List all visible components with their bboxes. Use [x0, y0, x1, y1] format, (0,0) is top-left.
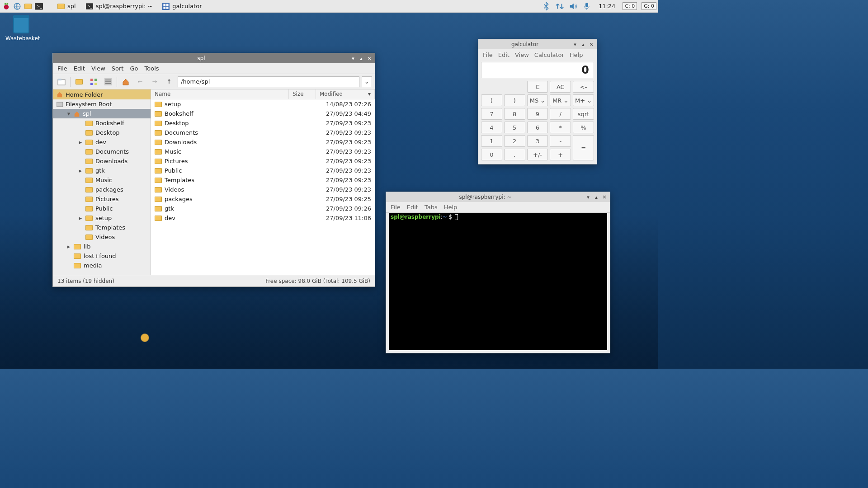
- key-5[interactable]: 5: [504, 122, 525, 133]
- go-home-button[interactable]: [120, 76, 132, 88]
- menu-sort[interactable]: Sort: [112, 65, 124, 72]
- key-[interactable]: +/-: [527, 149, 548, 160]
- file-row[interactable]: gtk27/09/23 09:26: [151, 204, 375, 213]
- menu-edit[interactable]: Edit: [74, 65, 85, 72]
- file-row[interactable]: Videos27/09/23 09:23: [151, 185, 375, 194]
- file-row[interactable]: Pictures27/09/23 09:23: [151, 156, 375, 166]
- key-1[interactable]: 1: [481, 135, 502, 147]
- minimize-button[interactable]: ▾: [571, 41, 579, 48]
- path-entry[interactable]: /home/spl: [178, 76, 359, 87]
- path-dropdown[interactable]: ⌄: [362, 76, 372, 87]
- key-2[interactable]: 2: [504, 135, 525, 147]
- key-7[interactable]: 7: [481, 108, 502, 120]
- sidebar-item[interactable]: Videos: [53, 232, 151, 242]
- file-row[interactable]: setup14/08/23 07:26: [151, 99, 375, 109]
- expand-icon[interactable]: ▸: [78, 139, 83, 145]
- key-[interactable]: <-: [573, 81, 594, 93]
- network-icon[interactable]: [555, 2, 564, 11]
- sidebar-item[interactable]: Templates: [53, 223, 151, 232]
- sidebar-item[interactable]: Bookshelf: [53, 118, 151, 128]
- bluetooth-icon[interactable]: [542, 2, 551, 11]
- sidebar-item[interactable]: Documents: [53, 147, 151, 156]
- column-modified[interactable]: Modified▾: [316, 89, 375, 99]
- collapse-icon[interactable]: ▾: [66, 110, 71, 117]
- view-icons-button[interactable]: [73, 76, 85, 88]
- expand-icon[interactable]: ▸: [78, 167, 83, 174]
- key-[interactable]: /: [550, 108, 571, 120]
- microphone-icon[interactable]: [582, 2, 591, 11]
- key-[interactable]: %: [573, 122, 594, 133]
- menu-file[interactable]: File: [57, 65, 67, 72]
- maximize-button[interactable]: ▴: [580, 41, 587, 48]
- sidebar-item[interactable]: Music: [53, 175, 151, 185]
- key-[interactable]: +: [550, 149, 571, 160]
- cpu-badge[interactable]: C: 0: [623, 2, 637, 10]
- sidebar-item[interactable]: media: [53, 261, 151, 270]
- key-[interactable]: =: [573, 135, 594, 160]
- menu-tabs[interactable]: Tabs: [425, 204, 438, 211]
- menu-edit[interactable]: Edit: [407, 204, 418, 211]
- key-3[interactable]: 3: [527, 135, 548, 147]
- sidebar-current-folder[interactable]: ▾ spl: [53, 109, 151, 118]
- column-size[interactable]: Size: [289, 89, 316, 99]
- desktop-wastebasket[interactable]: Wastebasket: [5, 15, 37, 42]
- key-4[interactable]: 4: [481, 122, 502, 133]
- key-6[interactable]: 6: [527, 122, 548, 133]
- sidebar-item[interactable]: packages: [53, 185, 151, 194]
- key-[interactable]: *: [550, 122, 571, 133]
- close-button[interactable]: ✕: [601, 193, 608, 201]
- key-[interactable]: .: [504, 149, 525, 160]
- key-0[interactable]: 0: [481, 149, 502, 160]
- sidebar-item[interactable]: ▸dev: [53, 137, 151, 147]
- task-button-terminal[interactable]: >_ spl@raspberrypi: ~: [82, 1, 157, 11]
- minimize-button[interactable]: ▾: [585, 193, 592, 201]
- sidebar-home-folder[interactable]: Home Folder: [53, 89, 151, 99]
- expand-icon[interactable]: ▸: [66, 243, 71, 250]
- menu-file[interactable]: File: [483, 52, 493, 58]
- menu-tools[interactable]: Tools: [145, 65, 159, 72]
- file-manager-titlebar[interactable]: spl ▾ ▴ ✕: [53, 53, 375, 63]
- menu-go[interactable]: Go: [130, 65, 138, 72]
- file-row[interactable]: Bookshelf27/09/23 04:49: [151, 109, 375, 118]
- close-button[interactable]: ✕: [588, 41, 595, 48]
- file-row[interactable]: Documents27/09/23 09:23: [151, 128, 375, 137]
- task-button-file-manager[interactable]: spl: [53, 1, 80, 11]
- task-button-calculator[interactable]: galculator: [158, 1, 206, 11]
- file-row[interactable]: packages27/09/23 09:25: [151, 194, 375, 204]
- new-tab-button[interactable]: [56, 76, 67, 88]
- menu-view[interactable]: View: [91, 65, 105, 72]
- key-8[interactable]: 8: [504, 108, 525, 120]
- minimize-button[interactable]: ▾: [349, 55, 357, 62]
- view-compact-button[interactable]: [88, 76, 99, 88]
- menu-help[interactable]: Help: [570, 52, 583, 58]
- calculator-titlebar[interactable]: galculator ▾ ▴ ✕: [478, 39, 597, 49]
- terminal-screen[interactable]: spl@raspberrypi:~ $: [389, 213, 607, 350]
- go-back-button[interactable]: ←: [134, 76, 146, 88]
- file-row[interactable]: Desktop27/09/23 09:23: [151, 118, 375, 128]
- sidebar-item[interactable]: Desktop: [53, 128, 151, 137]
- go-up-button[interactable]: ↑: [163, 76, 175, 88]
- sidebar-filesystem-root[interactable]: Filesystem Root: [53, 99, 151, 109]
- key-c[interactable]: C: [527, 81, 548, 93]
- file-manager-launcher-icon[interactable]: [24, 2, 33, 11]
- web-browser-icon[interactable]: [13, 2, 22, 11]
- key-ms[interactable]: MS ⌄: [527, 94, 548, 106]
- maximize-button[interactable]: ▴: [593, 193, 600, 201]
- menu-raspberry-icon[interactable]: [2, 2, 11, 11]
- menu-calculator[interactable]: Calculator: [534, 52, 564, 58]
- key-[interactable]: (: [481, 94, 502, 106]
- file-row[interactable]: Templates27/09/23 09:23: [151, 175, 375, 185]
- view-list-button[interactable]: [102, 76, 114, 88]
- sidebar-item[interactable]: ▸setup: [53, 213, 151, 223]
- key-sqrt[interactable]: sqrt: [573, 108, 594, 120]
- clock[interactable]: 11:24: [596, 3, 618, 9]
- key-[interactable]: -: [550, 135, 571, 147]
- sidebar-item[interactable]: ▸lib: [53, 242, 151, 251]
- volume-icon[interactable]: [569, 2, 578, 11]
- key-mr[interactable]: MR ⌄: [550, 94, 571, 106]
- sidebar-item[interactable]: Downloads: [53, 156, 151, 166]
- sidebar-item[interactable]: ▸gtk: [53, 166, 151, 175]
- sidebar-item[interactable]: lost+found: [53, 251, 151, 261]
- menu-edit[interactable]: Edit: [498, 52, 509, 58]
- maximize-button[interactable]: ▴: [358, 55, 365, 62]
